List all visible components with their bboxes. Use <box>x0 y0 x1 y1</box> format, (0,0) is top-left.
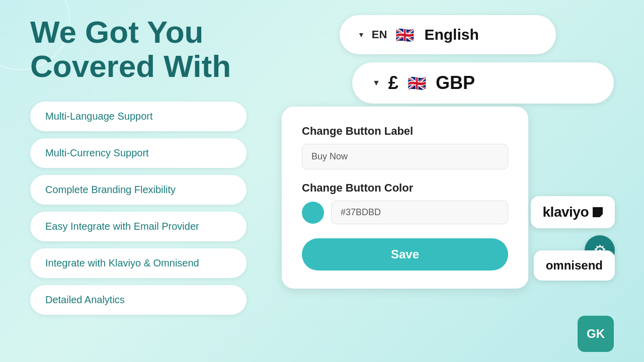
language-name: English <box>424 26 478 43</box>
feature-item-1[interactable]: Multi-Currency Support <box>30 138 247 168</box>
chevron-down-icon: ▼ <box>372 78 380 87</box>
right-section: ▼ EN 🇬🇧 English ▼ £ 🇬🇧 GBP Change Button… <box>282 15 614 289</box>
klaviyo-icon <box>593 207 603 217</box>
feature-item-5[interactable]: Detailed Analytics <box>30 285 247 315</box>
button-label-title: Change Button Label <box>302 125 508 138</box>
feature-list: Multi-Language Support Multi-Currency Su… <box>30 102 287 315</box>
feature-item-4[interactable]: Integrate with Klaviyo & Omnisend <box>30 248 247 278</box>
color-input[interactable] <box>331 201 508 224</box>
feature-item-0[interactable]: Multi-Language Support <box>30 102 247 131</box>
save-button[interactable]: Save <box>302 238 508 270</box>
language-code: EN <box>372 28 387 41</box>
button-color-title: Change Button Color <box>302 182 508 195</box>
feature-item-2[interactable]: Complete Branding Flexibility <box>30 175 247 205</box>
klaviyo-label: klaviyo <box>543 204 589 220</box>
currency-flag: 🇬🇧 <box>407 72 428 94</box>
omnisend-label: omnisend <box>546 258 603 272</box>
language-flag: 🇬🇧 <box>394 24 415 45</box>
logo-icon: GK <box>587 327 605 341</box>
bottom-logo: GK <box>578 316 614 352</box>
color-swatch[interactable] <box>302 202 324 224</box>
left-section: We Got You Covered With Multi-Language S… <box>30 15 287 315</box>
button-label-input[interactable] <box>302 144 508 169</box>
omnisend-badge: omnisend <box>534 250 615 281</box>
color-row <box>302 201 508 224</box>
feature-item-3[interactable]: Easy Integrate with Email Provider <box>30 212 247 241</box>
currency-code: GBP <box>436 72 475 94</box>
branding-card: Change Button Label Change Button Color … <box>282 107 528 289</box>
language-selector[interactable]: ▼ EN 🇬🇧 English <box>340 15 556 54</box>
klaviyo-badge: klaviyo <box>531 196 615 228</box>
chevron-down-icon: ▼ <box>358 31 365 39</box>
currency-selector[interactable]: ▼ £ 🇬🇧 GBP <box>352 62 614 104</box>
main-title: We Got You Covered With <box>30 15 287 83</box>
currency-symbol: £ <box>388 72 398 94</box>
